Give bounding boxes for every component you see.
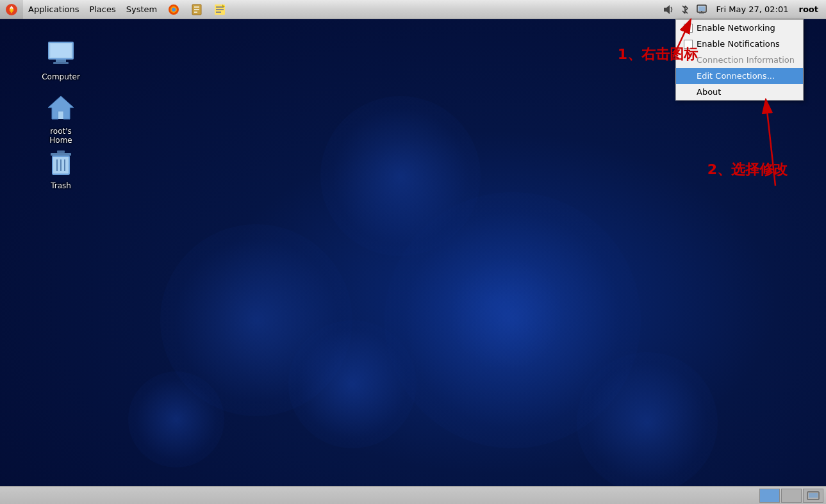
bottom-bar	[0, 486, 826, 504]
taskbar-left: Applications Places System	[0, 0, 661, 19]
desktop-icon-computer[interactable]: Computer	[35, 35, 87, 85]
svg-rect-24	[53, 62, 69, 64]
context-menu: Enable Networking Enable Notifications C…	[675, 19, 804, 101]
taskbar-right: Fri May 27, 02:01 root	[661, 3, 826, 17]
svg-rect-28	[58, 111, 63, 119]
svg-line-39	[766, 99, 775, 186]
svg-rect-32	[57, 150, 65, 153]
apps-icon	[5, 3, 18, 16]
app-logo[interactable]	[0, 0, 23, 19]
computer-image	[45, 38, 76, 69]
notes-icon[interactable]	[208, 0, 231, 19]
svg-rect-18	[698, 6, 705, 11]
network-icon[interactable]	[695, 3, 709, 17]
computer-label: Computer	[39, 71, 83, 83]
enable-networking-checkbox[interactable]	[684, 24, 693, 33]
menu-edit-connections[interactable]: Edit Connections...	[676, 68, 803, 84]
menu-connection-info: Connection Information	[676, 52, 803, 68]
svg-rect-10	[194, 12, 197, 13]
volume-icon[interactable]	[661, 3, 675, 17]
svg-rect-19	[699, 12, 704, 13]
desktop: Applications Places System	[0, 0, 826, 504]
svg-rect-23	[56, 60, 66, 62]
firefox-icon[interactable]	[162, 0, 185, 19]
applications-menu[interactable]: Applications	[23, 0, 84, 19]
home-image	[45, 92, 76, 123]
trash-label: Trash	[48, 180, 74, 191]
svg-marker-16	[664, 5, 670, 14]
workspace-btn-3[interactable]	[803, 489, 823, 503]
menu-enable-notifications[interactable]: Enable Notifications	[676, 36, 803, 52]
trash-image	[45, 147, 76, 177]
system-menu[interactable]: System	[121, 0, 162, 19]
desktop-icon-trash[interactable]: Trash	[35, 144, 87, 194]
bookmarks-icon[interactable]	[185, 0, 208, 19]
bluetooth-icon[interactable]	[678, 3, 692, 17]
svg-rect-31	[51, 153, 71, 156]
show-desktop-icon	[807, 491, 820, 500]
svg-rect-9	[194, 9, 199, 10]
clock: Fri May 27, 02:01	[711, 4, 794, 14]
svg-rect-13	[216, 9, 224, 10]
svg-rect-41	[809, 493, 818, 498]
username: root	[797, 4, 822, 14]
menu-enable-networking[interactable]: Enable Networking	[676, 20, 803, 36]
annotation-select-modify: 2、选择修改	[707, 160, 788, 179]
workspace-btn-2[interactable]	[781, 489, 802, 503]
svg-rect-25	[51, 44, 71, 57]
menu-about[interactable]: About	[676, 84, 803, 100]
taskbar: Applications Places System	[0, 0, 826, 19]
svg-point-5	[172, 8, 176, 12]
enable-notifications-checkbox[interactable]	[684, 40, 693, 49]
svg-rect-14	[216, 12, 221, 13]
places-menu[interactable]: Places	[84, 0, 120, 19]
desktop-icon-home[interactable]: root's Home	[35, 90, 87, 149]
svg-rect-20	[701, 11, 702, 12]
svg-rect-8	[194, 6, 199, 8]
home-label: root's Home	[38, 126, 84, 146]
workspace-btn-1[interactable]	[759, 489, 780, 503]
